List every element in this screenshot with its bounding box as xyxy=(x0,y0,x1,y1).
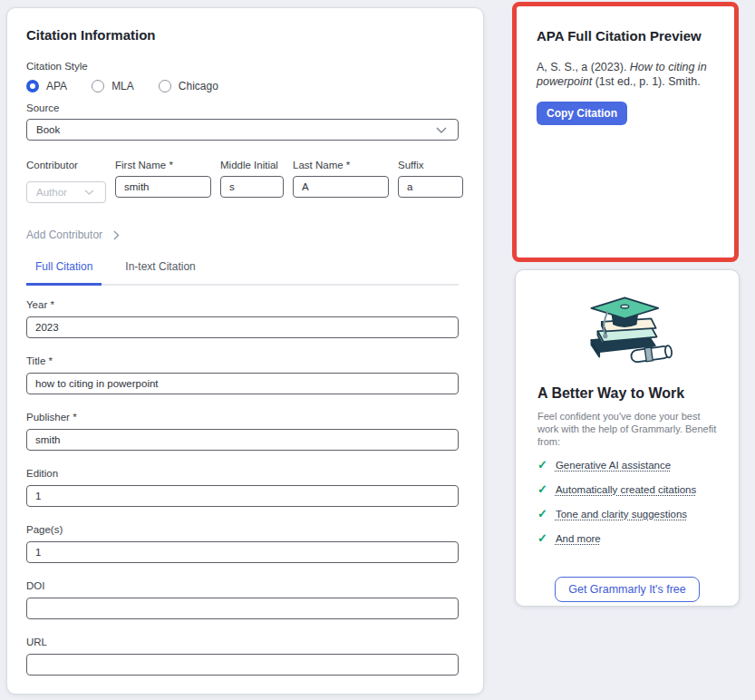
chevron-down-icon xyxy=(436,127,447,133)
middle-initial-field[interactable] xyxy=(220,176,284,198)
title-field-group: Title * xyxy=(26,355,459,394)
promo-description: Feel confident you've done your best wor… xyxy=(537,410,717,448)
radio-unselected-icon xyxy=(92,80,104,92)
radio-chicago[interactable]: Chicago xyxy=(159,80,218,92)
tab-in-text-citation[interactable]: In-text Citation xyxy=(116,261,204,286)
graduation-cap-books-illustration xyxy=(574,294,681,374)
source-select[interactable]: Book xyxy=(26,119,459,141)
check-icon: ✓ xyxy=(537,484,547,495)
chevron-down-icon xyxy=(84,190,94,195)
list-item: ✓ Tone and clarity suggestions xyxy=(537,509,717,520)
radio-apa-label: APA xyxy=(46,80,67,92)
doi-field-group: DOI xyxy=(26,580,459,619)
radio-unselected-icon xyxy=(159,80,171,92)
first-name-label: First Name * xyxy=(115,160,211,170)
url-label: URL xyxy=(26,637,459,648)
suffix-label: Suffix xyxy=(398,160,463,170)
promo-title: A Better Way to Work xyxy=(537,386,717,401)
title-field[interactable] xyxy=(26,373,459,394)
year-label: Year * xyxy=(26,299,459,311)
form-title: Citation Information xyxy=(26,28,459,43)
pages-label: Page(s) xyxy=(26,524,459,536)
last-name-field[interactable] xyxy=(293,176,389,198)
middle-initial-label: Middle Initial xyxy=(220,160,284,170)
check-icon: ✓ xyxy=(537,509,547,520)
benefits-list: ✓ Generative AI assistance ✓ Automatical… xyxy=(537,460,717,558)
url-field[interactable] xyxy=(26,654,459,676)
citation-text-suffix: (1st ed., p. 1). Smith. xyxy=(592,75,701,88)
year-field[interactable] xyxy=(26,316,459,338)
edition-field[interactable] xyxy=(26,485,459,507)
chevron-right-icon xyxy=(113,230,120,240)
radio-chicago-label: Chicago xyxy=(179,80,218,92)
source-label: Source xyxy=(26,102,459,113)
contributor-label: Contributor xyxy=(26,160,106,170)
radio-mla-label: MLA xyxy=(111,80,134,92)
year-field-group: Year * xyxy=(26,299,459,338)
citation-tabs: Full Citation In-text Citation xyxy=(26,261,459,286)
first-name-field[interactable] xyxy=(115,176,211,198)
contributor-labels-row: Contributor First Name * Middle Initial … xyxy=(26,160,459,170)
contributor-role-select: Author xyxy=(26,181,106,203)
title-label: Title * xyxy=(26,355,459,367)
suffix-field[interactable] xyxy=(398,176,463,198)
publisher-field[interactable] xyxy=(26,429,459,451)
citation-preview-card: APA Full Citation Preview A, S. S., a (2… xyxy=(517,6,734,125)
benefit-link-generative-ai[interactable]: Generative AI assistance xyxy=(556,460,671,471)
citation-form-card: Citation Information Citation Style APA … xyxy=(6,7,484,695)
pages-field-group: Page(s) xyxy=(26,524,459,563)
citation-preview-text: A, S. S., a (2023). How to citing in pow… xyxy=(537,61,714,89)
last-name-label: Last Name * xyxy=(293,160,389,170)
list-item: ✓ And more xyxy=(537,533,717,544)
promo-card: A Better Way to Work Feel confident you'… xyxy=(515,269,740,607)
preview-title: APA Full Citation Preview xyxy=(537,29,714,44)
radio-mla[interactable]: MLA xyxy=(92,80,134,92)
list-item: ✓ Generative AI assistance xyxy=(537,460,717,471)
benefit-link-citations[interactable]: Automatically created citations xyxy=(556,484,696,495)
copy-citation-button[interactable]: Copy Citation xyxy=(537,102,627,125)
benefit-link-tone-clarity[interactable]: Tone and clarity suggestions xyxy=(556,509,687,520)
radio-apa[interactable]: APA xyxy=(26,80,67,92)
benefit-link-and-more[interactable]: And more xyxy=(556,533,601,544)
source-select-value: Book xyxy=(36,124,60,135)
pages-field[interactable] xyxy=(26,541,459,563)
add-contributor-label: Add Contributor xyxy=(26,229,102,241)
citation-text-prefix: A, S. S., a (2023). xyxy=(537,61,630,73)
contributor-fields-row: Author xyxy=(26,176,459,203)
citation-style-group: APA MLA Chicago xyxy=(26,79,459,92)
edition-label: Edition xyxy=(26,468,459,480)
get-grammarly-button[interactable]: Get Grammarly It's free xyxy=(555,577,700,602)
citation-style-label: Citation Style xyxy=(26,61,459,72)
check-icon: ✓ xyxy=(537,460,547,471)
radio-selected-icon xyxy=(26,80,39,92)
edition-field-group: Edition xyxy=(26,468,459,507)
red-annotation-box: APA Full Citation Preview A, S. S., a (2… xyxy=(512,2,739,262)
doi-label: DOI xyxy=(26,580,459,592)
add-contributor-button[interactable]: Add Contributor xyxy=(26,229,120,241)
tab-full-citation[interactable]: Full Citation xyxy=(26,261,102,286)
contributor-role-value: Author xyxy=(36,187,67,198)
url-field-group: URL xyxy=(26,637,459,676)
check-icon: ✓ xyxy=(537,533,547,544)
publisher-label: Publisher * xyxy=(26,412,459,423)
list-item: ✓ Automatically created citations xyxy=(537,484,717,495)
publisher-field-group: Publisher * xyxy=(26,412,459,451)
doi-field[interactable] xyxy=(26,598,459,619)
